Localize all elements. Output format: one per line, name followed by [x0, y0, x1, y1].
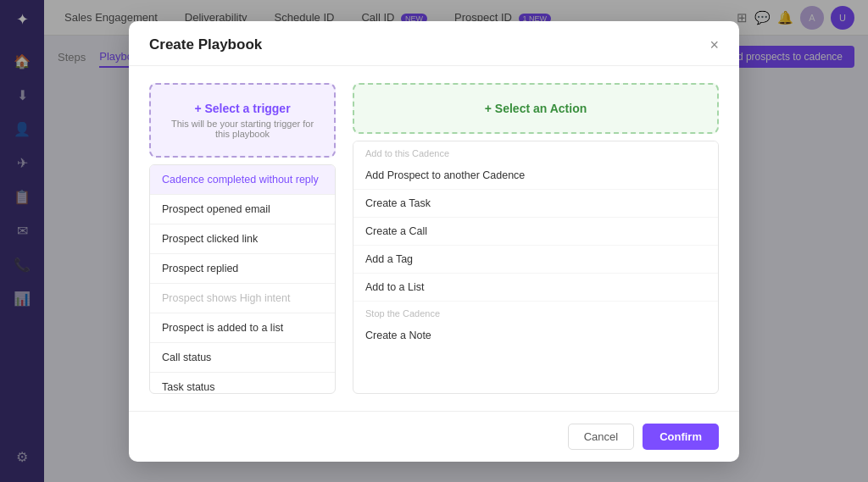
cancel-button[interactable]: Cancel	[568, 424, 634, 450]
modal-footer: Cancel Confirm	[129, 411, 739, 462]
action-select-label: + Select an Action	[368, 102, 704, 115]
action-list: Add to this Cadence Add Prospect to anot…	[353, 141, 719, 394]
action-item-create-task[interactable]: Create a Task	[353, 190, 718, 218]
trigger-item-task-status[interactable]: Task status	[150, 373, 335, 394]
action-panel: + Select an Action Add to this Cadence A…	[353, 83, 719, 394]
action-section-header-stop: Stop the Cadence	[353, 302, 718, 322]
modal-overlay: Create Playbook × + Select a trigger Thi…	[0, 0, 868, 482]
trigger-panel: + Select a trigger This will be your sta…	[149, 83, 336, 394]
trigger-select-label: + Select a trigger	[164, 102, 320, 115]
trigger-list: Cadence completed without reply Prospect…	[149, 164, 336, 394]
trigger-item-call-status[interactable]: Call status	[150, 343, 335, 373]
modal-close-button[interactable]: ×	[709, 37, 719, 53]
trigger-item-added-to-list[interactable]: Prospect is added to a list	[150, 313, 335, 343]
modal-header: Create Playbook ×	[129, 21, 739, 66]
trigger-item-cadence-completed[interactable]: Cadence completed without reply	[150, 165, 335, 195]
select-trigger-button[interactable]: + Select a trigger This will be your sta…	[149, 83, 336, 158]
modal-body: + Select a trigger This will be your sta…	[129, 66, 739, 411]
action-item-create-call[interactable]: Create a Call	[353, 218, 718, 246]
select-action-button[interactable]: + Select an Action	[353, 83, 719, 134]
action-item-add-tag[interactable]: Add a Tag	[353, 246, 718, 274]
confirm-button[interactable]: Confirm	[643, 424, 719, 450]
action-section-header-cadence: Add to this Cadence	[353, 141, 718, 162]
action-item-add-to-list[interactable]: Add to a List	[353, 274, 718, 302]
trigger-item-prospect-clicked-link[interactable]: Prospect clicked link	[150, 224, 335, 254]
trigger-select-sublabel: This will be your starting trigger for t…	[164, 119, 320, 139]
trigger-item-prospect-opened-email[interactable]: Prospect opened email	[150, 195, 335, 224]
trigger-item-high-intent: Prospect shows High intent	[150, 284, 335, 313]
create-playbook-modal: Create Playbook × + Select a trigger Thi…	[129, 21, 739, 462]
action-item-create-note[interactable]: Create a Note	[353, 322, 718, 349]
action-item-add-to-another-cadence[interactable]: Add Prospect to another Cadence	[353, 162, 718, 190]
modal-title: Create Playbook	[149, 36, 262, 53]
trigger-item-prospect-replied[interactable]: Prospect replied	[150, 254, 335, 284]
